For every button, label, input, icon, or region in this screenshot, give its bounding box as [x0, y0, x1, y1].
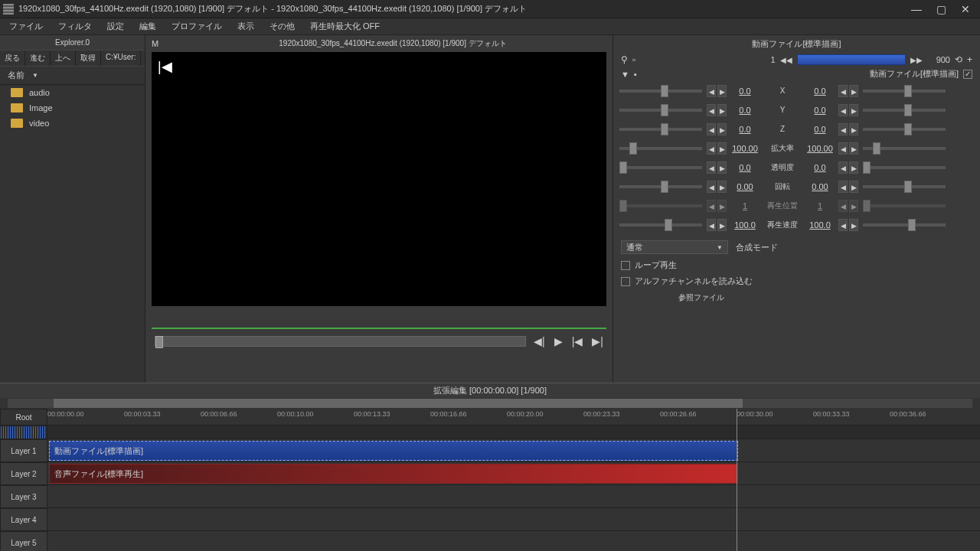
pin-icon[interactable]: ⚲	[621, 54, 628, 65]
menu-filter[interactable]: フィルタ	[51, 19, 100, 34]
frame-start[interactable]: 1	[753, 55, 776, 64]
param-dec-button[interactable]: ◀	[838, 161, 848, 174]
audio-clip[interactable]: 音声ファイル[標準再生]	[49, 464, 738, 484]
param-slider-right[interactable]	[863, 109, 946, 112]
reference-file-button[interactable]: 参照ファイル	[644, 289, 759, 306]
param-value-right[interactable]: 100.00	[803, 144, 837, 153]
param-dec-button[interactable]: ◀	[707, 142, 716, 155]
param-slider-left[interactable]	[619, 223, 702, 227]
param-value-left[interactable]: 1	[728, 201, 762, 210]
param-value-left[interactable]: 100.0	[728, 220, 762, 230]
add-icon[interactable]: +	[967, 54, 972, 65]
param-slider-right[interactable]	[863, 147, 946, 150]
param-dec-button[interactable]: ◀	[707, 85, 716, 97]
prev-frame-button[interactable]: ◀|	[534, 335, 545, 347]
param-inc-button[interactable]: ▶	[849, 142, 858, 155]
layer-2[interactable]: Layer 2	[0, 462, 47, 485]
param-value-right[interactable]: 0.0	[803, 106, 837, 115]
blend-mode-dropdown[interactable]: 通常▼	[621, 240, 728, 254]
param-dec-button[interactable]: ◀	[707, 161, 716, 174]
param-inc-button[interactable]: ▶	[717, 85, 727, 97]
slider-thumb[interactable]	[619, 200, 627, 212]
param-inc-button[interactable]: ▶	[717, 161, 727, 174]
slider-thumb[interactable]	[863, 161, 871, 174]
param-inc-button[interactable]: ▶	[717, 181, 727, 193]
track-3[interactable]	[47, 485, 980, 508]
menu-file[interactable]: ファイル	[2, 19, 51, 34]
param-inc-button[interactable]: ▶	[717, 123, 727, 135]
param-value-left[interactable]: 0.00	[728, 182, 762, 191]
param-dec-button[interactable]: ◀	[707, 123, 716, 135]
param-dec-button[interactable]: ◀	[707, 219, 716, 231]
box-icon[interactable]: ▫	[632, 54, 635, 65]
track-5[interactable]	[47, 531, 980, 551]
nav-path[interactable]: C:¥User:	[101, 51, 141, 66]
slider-thumb[interactable]	[661, 181, 668, 193]
go-end-button[interactable]: ▶|	[592, 335, 603, 347]
param-value-left[interactable]: 0.0	[728, 125, 762, 134]
skip-start-icon[interactable]: |◀	[158, 58, 172, 75]
param-slider-left[interactable]	[619, 185, 702, 188]
layer-enable-checkbox[interactable]: ✓	[963, 70, 972, 79]
menu-view[interactable]: 表示	[230, 19, 262, 34]
layer-root[interactable]: Root	[0, 409, 47, 425]
seek-thumb[interactable]	[155, 336, 163, 348]
menu-profile[interactable]: プロファイル	[164, 19, 230, 34]
param-inc-button[interactable]: ▶	[849, 181, 858, 193]
go-start-button[interactable]: |◀	[572, 335, 583, 347]
slider-thumb[interactable]	[873, 142, 880, 155]
nav-forward[interactable]: 進む	[25, 51, 51, 66]
loop-checkbox[interactable]	[621, 261, 630, 270]
playhead[interactable]	[737, 409, 737, 551]
param-slider-right[interactable]	[863, 90, 946, 93]
param-slider-left[interactable]	[619, 109, 702, 112]
param-value-right[interactable]: 0.0	[803, 86, 837, 96]
menu-settings[interactable]: 設定	[100, 19, 132, 34]
play-button[interactable]: ▶	[554, 335, 563, 347]
layer-4[interactable]: Layer 4	[0, 508, 47, 531]
param-inc-button[interactable]: ▶	[849, 104, 858, 116]
slider-thumb[interactable]	[904, 85, 912, 97]
close-button[interactable]: ✕	[960, 4, 971, 15]
scrollbar-thumb[interactable]	[54, 399, 743, 408]
track-1[interactable]: 動画ファイル[標準描画]	[47, 439, 980, 462]
time-ruler[interactable]: 00:00:00.0000:00:03.3300:00:06.6600:00:1…	[47, 409, 980, 425]
param-inc-button[interactable]: ▶	[849, 85, 858, 97]
param-inc-button[interactable]: ▶	[717, 104, 727, 116]
param-dec-button[interactable]: ◀	[707, 181, 716, 193]
nav-up[interactable]: 上へ	[51, 51, 76, 66]
param-value-left[interactable]: 0.0	[728, 106, 762, 115]
layer-3[interactable]: Layer 3	[0, 485, 47, 508]
slider-thumb[interactable]	[863, 200, 871, 212]
param-inc-button[interactable]: ▶	[849, 161, 858, 174]
param-value-right[interactable]: 1	[803, 201, 837, 210]
param-inc-button[interactable]: ▶	[717, 219, 727, 231]
param-slider-left[interactable]	[619, 128, 702, 131]
track-4[interactable]	[47, 508, 980, 531]
param-dec-button[interactable]: ◀	[838, 85, 848, 97]
frame-next-button[interactable]: ▶▶	[910, 56, 923, 64]
folder-audio[interactable]: audio	[0, 85, 145, 100]
param-dec-button[interactable]: ◀	[838, 181, 848, 193]
param-value-right[interactable]: 0.0	[803, 163, 837, 172]
slider-thumb[interactable]	[904, 104, 912, 116]
nav-get[interactable]: 取得	[76, 51, 101, 66]
param-slider-right[interactable]	[863, 204, 946, 207]
param-slider-left[interactable]	[619, 90, 702, 93]
track-2[interactable]: 音声ファイル[標準再生]	[47, 462, 980, 485]
preview-viewport[interactable]: |◀	[152, 52, 606, 306]
param-dec-button[interactable]: ◀	[838, 200, 848, 212]
param-value-left[interactable]: 0.0	[728, 163, 762, 172]
timeline-scrollbar[interactable]	[8, 399, 972, 408]
param-inc-button[interactable]: ▶	[849, 200, 858, 212]
slider-thumb[interactable]	[661, 123, 668, 135]
param-inc-button[interactable]: ▶	[849, 219, 858, 231]
menu-other[interactable]: その他	[262, 19, 302, 34]
param-slider-left[interactable]	[619, 166, 702, 169]
frame-end[interactable]: 900	[927, 55, 950, 64]
param-value-right[interactable]: 0.00	[803, 182, 837, 191]
param-inc-button[interactable]: ▶	[717, 200, 727, 212]
slider-thumb[interactable]	[629, 142, 637, 155]
lock-icon[interactable]: ▪	[634, 70, 637, 79]
slider-thumb[interactable]	[904, 181, 912, 193]
